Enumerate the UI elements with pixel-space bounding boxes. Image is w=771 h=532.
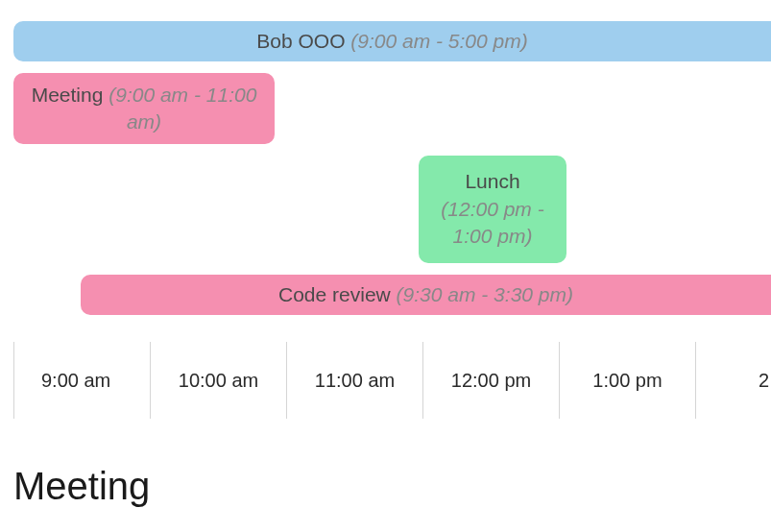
time-tick[interactable]: 11:00 am — [286, 342, 422, 419]
tick-label: 9:00 am — [41, 370, 110, 392]
event-meeting[interactable]: Meeting (9:00 am - 11:00 am) — [13, 73, 275, 144]
time-tick[interactable]: 9:00 am — [13, 342, 150, 419]
detail-heading: Meeting — [13, 465, 150, 508]
time-tick[interactable]: 1:00 pm — [559, 342, 695, 419]
tick-label: 10:00 am — [179, 370, 258, 392]
event-lunch[interactable]: Lunch (12:00 pm - 1:00 pm) — [419, 156, 566, 263]
event-timespan: (12:00 pm - 1:00 pm) — [432, 196, 553, 251]
time-axis: 9:00 am 10:00 am 11:00 am 12:00 pm 1:00 … — [13, 342, 771, 419]
timeline-area: Bob OOO (9:00 am - 5:00 pm) Meeting (9:0… — [0, 0, 771, 326]
event-title: Lunch — [465, 168, 519, 195]
tick-label: 1:00 pm — [592, 370, 662, 392]
event-title: Code review — [278, 283, 391, 305]
event-title: Meeting — [32, 84, 104, 106]
tick-label: 2 — [759, 370, 769, 392]
event-timespan: (9:30 am - 3:30 pm) — [397, 283, 573, 305]
event-title: Bob OOO — [256, 30, 345, 52]
tick-label: 12:00 pm — [451, 370, 531, 392]
event-bob-ooo[interactable]: Bob OOO (9:00 am - 5:00 pm) — [13, 21, 771, 61]
time-tick[interactable]: 10:00 am — [150, 342, 286, 419]
time-tick[interactable]: 12:00 pm — [422, 342, 559, 419]
event-timespan: (9:00 am - 5:00 pm) — [350, 30, 527, 52]
tick-label: 11:00 am — [315, 370, 395, 392]
event-code-review[interactable]: Code review (9:30 am - 3:30 pm) — [81, 275, 771, 315]
event-timespan: (9:00 am - 11:00 am) — [108, 84, 256, 133]
time-tick[interactable]: 2 — [695, 342, 771, 419]
